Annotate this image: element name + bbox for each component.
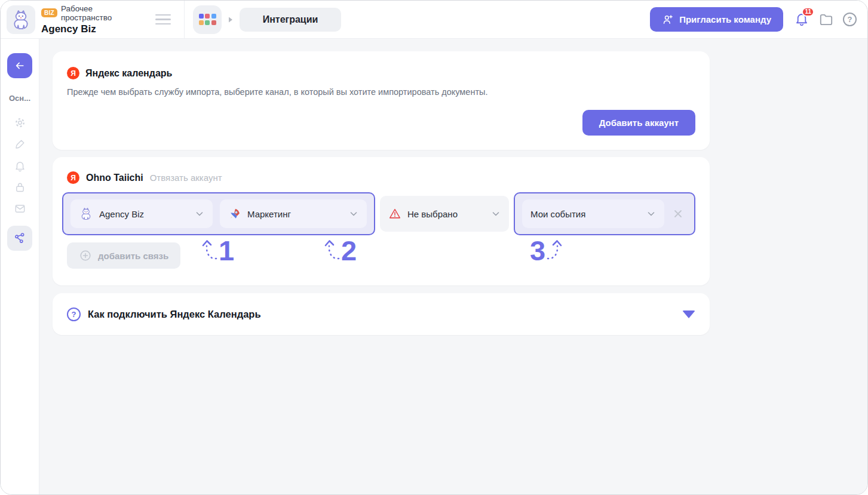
- apps-grid-icon: [199, 14, 216, 25]
- unlink-account-link[interactable]: Отвязать аккаунт: [150, 173, 222, 183]
- brush-icon: [14, 138, 26, 150]
- chevron-down-icon: [646, 209, 656, 219]
- yandex-calendar-card: Я Яндекс календарь Прежде чем выбрать сл…: [53, 51, 710, 150]
- expand-triangle-icon[interactable]: [682, 310, 695, 318]
- close-icon: [673, 208, 683, 219]
- cat-logo-icon: [10, 8, 32, 31]
- sidebar-item-mail[interactable]: [13, 202, 26, 215]
- workspace-logo: [7, 5, 35, 34]
- calendar-select-value: Мои события: [530, 209, 585, 219]
- workspace-channel-group: Agency Biz Маркетинг: [62, 192, 375, 235]
- target-select[interactable]: Не выбрано: [380, 196, 509, 232]
- app-window: BIZ Рабочее пространство Agency Biz Инте…: [0, 0, 868, 495]
- channel-select-value: Маркетинг: [247, 209, 291, 219]
- notification-count-badge: 11: [802, 7, 814, 17]
- integrations-share-icon: [13, 232, 26, 245]
- invite-team-button[interactable]: Пригласить команду: [650, 7, 783, 32]
- workspace-select[interactable]: Agency Biz: [70, 199, 213, 228]
- help-icon[interactable]: ?: [843, 13, 857, 26]
- arrow-left-icon: [14, 60, 26, 72]
- dashed-arrow-up-icon: [202, 239, 219, 260]
- plus-circle-icon: [79, 249, 92, 262]
- folder-icon[interactable]: [818, 12, 834, 27]
- calendar-select[interactable]: Мои события: [522, 199, 664, 228]
- workspace-info: BIZ Рабочее пространство Agency Biz: [41, 4, 146, 35]
- top-header: BIZ Рабочее пространство Agency Biz Инте…: [1, 1, 867, 39]
- sidebar-section-label: Осн...: [9, 94, 30, 103]
- lock-icon: [14, 181, 26, 193]
- step-annotation-1: 1: [202, 238, 234, 265]
- step-number: 1: [219, 238, 234, 265]
- sidebar-item-settings[interactable]: [13, 116, 26, 129]
- rocket-icon: [228, 207, 241, 220]
- sidebar: Осн...: [1, 39, 39, 494]
- step-annotation-3: 3: [530, 238, 562, 265]
- mapping-row: Agency Biz Маркетинг: [62, 192, 700, 235]
- menu-icon[interactable]: [152, 11, 174, 29]
- current-page-tab[interactable]: Интеграции: [240, 8, 341, 32]
- step-annotation-2: 2: [324, 238, 357, 265]
- yandex-logo-icon: Я: [67, 67, 79, 79]
- mapping-actions-row: добавить связь 1 2: [67, 242, 695, 269]
- mail-icon: [14, 202, 26, 215]
- workspace-type-label: Рабочее пространство: [61, 4, 146, 22]
- notifications-button[interactable]: 11: [794, 11, 809, 29]
- chevron-down-icon: [491, 209, 501, 219]
- help-title: Как подключить Яндекс Календарь: [88, 309, 261, 320]
- calendar-group: Мои события: [514, 192, 695, 235]
- step-number: 3: [530, 238, 545, 265]
- workspace-name: Agency Biz: [41, 23, 146, 35]
- main-content: Я Яндекс календарь Прежде чем выбрать сл…: [39, 39, 867, 494]
- channel-select[interactable]: Маркетинг: [220, 199, 367, 228]
- workspace-select-value: Agency Biz: [99, 209, 144, 219]
- integration-description: Прежде чем выбрать службу импорта, выбер…: [67, 87, 695, 97]
- workspace-switcher[interactable]: BIZ Рабочее пространство Agency Biz: [1, 1, 185, 38]
- add-link-button[interactable]: добавить связь: [67, 242, 180, 269]
- person-plus-icon: [662, 14, 674, 26]
- chevron-down-icon: [349, 209, 358, 219]
- linked-account-card: Я Ohno Taiichi Отвязать аккаунт Agency B…: [53, 157, 710, 285]
- cat-logo-icon: [79, 207, 93, 221]
- back-button[interactable]: [7, 53, 32, 78]
- account-name: Ohno Taiichi: [86, 173, 143, 183]
- biz-badge: BIZ: [41, 8, 57, 17]
- add-link-label: добавить связь: [98, 251, 168, 261]
- sidebar-item-appearance[interactable]: [13, 137, 26, 150]
- breadcrumb: Интеграции: [185, 5, 341, 34]
- bell-icon: [14, 159, 26, 172]
- warning-triangle-icon: [388, 207, 401, 220]
- add-account-button[interactable]: Добавить аккаунт: [582, 110, 695, 136]
- apps-grid-button[interactable]: [193, 5, 222, 34]
- question-circle-icon: ?: [67, 308, 81, 321]
- chevron-down-icon: [195, 209, 204, 219]
- integration-title: Яндекс календарь: [85, 68, 172, 79]
- dashed-arrow-up-icon: [545, 239, 562, 260]
- clear-calendar-button[interactable]: [669, 205, 687, 223]
- chevron-right-icon: [228, 16, 234, 23]
- invite-team-label: Пригласить команду: [679, 14, 771, 24]
- sidebar-item-notifications[interactable]: [13, 159, 26, 172]
- yandex-logo-icon: Я: [67, 171, 79, 184]
- step-number: 2: [341, 238, 357, 265]
- help-accordion[interactable]: ? Как подключить Яндекс Календарь: [53, 293, 710, 335]
- sidebar-item-integrations[interactable]: [7, 226, 32, 251]
- header-actions: Пригласить команду 11 ?: [650, 7, 867, 32]
- sidebar-item-security[interactable]: [13, 180, 26, 193]
- settings-gear-icon: [14, 116, 26, 129]
- dashed-arrow-up-icon: [324, 239, 341, 260]
- target-select-value: Не выбрано: [407, 209, 458, 219]
